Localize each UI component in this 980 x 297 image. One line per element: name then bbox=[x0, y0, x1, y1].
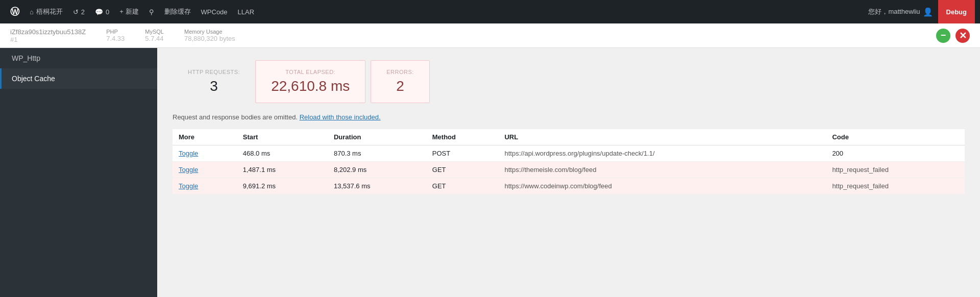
table-row: Toggle 1,487.1 ms 8,202.9 ms GET https:/… bbox=[173, 162, 965, 178]
memory-value: 78,880,320 bytes bbox=[184, 35, 235, 42]
comments-count: 0 bbox=[106, 8, 109, 16]
query-id: iZf8za90s1izztybuu5138Z bbox=[10, 28, 86, 36]
debug-button[interactable]: Debug bbox=[938, 0, 975, 23]
toggle-link[interactable]: Toggle bbox=[179, 166, 198, 174]
wpcode-item[interactable]: WPCode bbox=[196, 0, 233, 23]
llar-label: LLAR bbox=[238, 8, 255, 16]
cell-code: http_request_failed bbox=[826, 178, 965, 194]
greeting-text: 您好，matthewliu bbox=[868, 7, 920, 16]
llar-item[interactable]: LLAR bbox=[233, 0, 260, 23]
table-body: Toggle 468.0 ms 870.3 ms POST https://ap… bbox=[173, 145, 965, 194]
cell-duration: 870.3 ms bbox=[328, 145, 426, 162]
col-code: Code bbox=[826, 129, 965, 145]
table-header: More Start Duration Method URL Code bbox=[173, 129, 965, 145]
total-elapsed-stat: TOTAL ELAPSED: 22,610.8 ms bbox=[255, 60, 365, 103]
errors-label: ERRORS: bbox=[386, 69, 414, 75]
total-elapsed-label: TOTAL ELAPSED: bbox=[271, 69, 350, 75]
info-text-prefix: Request and response bodies are omitted. bbox=[173, 113, 298, 121]
cell-toggle[interactable]: Toggle bbox=[173, 178, 237, 194]
cell-method: GET bbox=[426, 162, 499, 178]
table-row: Toggle 468.0 ms 870.3 ms POST https://ap… bbox=[173, 145, 965, 162]
cell-code: 200 bbox=[826, 145, 965, 162]
cell-method: GET bbox=[426, 178, 499, 194]
adminbar-right: 您好，matthewliu 👤 Debug bbox=[863, 0, 975, 23]
errors-stat: ERRORS: 2 bbox=[371, 60, 430, 103]
sidebar-item-object-cache[interactable]: Object Cache bbox=[0, 68, 157, 89]
col-start: Start bbox=[237, 129, 328, 145]
cell-start: 9,691.2 ms bbox=[237, 178, 328, 194]
cell-url: https://themeisle.com/blog/feed bbox=[498, 162, 826, 178]
updates-icon: ↺ bbox=[73, 8, 79, 16]
main-layout: WP_Http Object Cache HTTP REQUESTS: 3 TO… bbox=[0, 48, 980, 297]
admin-bar: Ⓦ ⌂ 梧桐花开 ↺ 2 💬 0 + 新建 ⚲ 删除缓存 WPCode LLAR… bbox=[0, 0, 980, 23]
col-url: URL bbox=[498, 129, 826, 145]
php-group: PHP 7.4.33 bbox=[106, 29, 125, 42]
sidebar-item-object-cache-label: Object Cache bbox=[12, 75, 55, 83]
close-button[interactable]: ✕ bbox=[955, 29, 970, 43]
php-label: PHP bbox=[106, 29, 125, 35]
http-requests-stat: HTTP REQUESTS: 3 bbox=[173, 61, 255, 103]
toggle-link[interactable]: Toggle bbox=[179, 182, 198, 190]
memory-label: Memory Usage bbox=[184, 29, 235, 35]
php-value: 7.4.33 bbox=[106, 35, 125, 42]
http-requests-value: 3 bbox=[188, 78, 240, 94]
cell-code: http_request_failed bbox=[826, 162, 965, 178]
greeting-item[interactable]: 您好，matthewliu 👤 bbox=[863, 0, 938, 23]
mysql-group: MySQL 5.7.44 bbox=[145, 29, 164, 42]
cell-toggle[interactable]: Toggle bbox=[173, 145, 237, 162]
stats-row: HTTP REQUESTS: 3 TOTAL ELAPSED: 22,610.8… bbox=[173, 60, 965, 103]
col-method: Method bbox=[426, 129, 499, 145]
sidebar-item-wp-http[interactable]: WP_Http bbox=[0, 48, 157, 68]
errors-value: 2 bbox=[386, 78, 414, 94]
cell-start: 468.0 ms bbox=[237, 145, 328, 162]
cell-url: https://api.wordpress.org/plugins/update… bbox=[498, 145, 826, 162]
info-text: Request and response bodies are omitted.… bbox=[173, 113, 965, 121]
toggle-link[interactable]: Toggle bbox=[179, 150, 198, 157]
comments-item[interactable]: 💬 0 bbox=[90, 0, 114, 23]
sidebar: WP_Http Object Cache bbox=[0, 48, 157, 297]
memory-group: Memory Usage 78,880,320 bytes bbox=[184, 29, 235, 42]
sidebar-item-wp-http-label: WP_Http bbox=[12, 54, 40, 62]
wp-icon: Ⓦ bbox=[10, 6, 19, 18]
cell-url: https://www.codeinwp.com/blog/feed bbox=[498, 178, 826, 194]
delete-cache-item[interactable]: 删除缓存 bbox=[159, 0, 196, 23]
cell-toggle[interactable]: Toggle bbox=[173, 162, 237, 178]
total-elapsed-value: 22,610.8 ms bbox=[271, 78, 350, 94]
infobar-controls: − ✕ bbox=[936, 29, 970, 43]
wpcode-label: WPCode bbox=[201, 8, 228, 16]
site-name: 梧桐花开 bbox=[36, 7, 63, 16]
query-num: #1 bbox=[10, 36, 86, 43]
wp-logo[interactable]: Ⓦ bbox=[5, 0, 24, 23]
home-icon: ⌂ bbox=[30, 8, 34, 16]
requests-table: More Start Duration Method URL Code Togg… bbox=[173, 129, 965, 194]
table-header-row: More Start Duration Method URL Code bbox=[173, 129, 965, 145]
minimize-button[interactable]: − bbox=[936, 29, 950, 43]
site-name-item[interactable]: ⌂ 梧桐花开 bbox=[24, 0, 68, 23]
delete-cache-label: 删除缓存 bbox=[164, 7, 191, 16]
content-area: HTTP REQUESTS: 3 TOTAL ELAPSED: 22,610.8… bbox=[157, 48, 980, 297]
col-more: More bbox=[173, 129, 237, 145]
reload-link[interactable]: Reload with those included. bbox=[300, 113, 381, 121]
query-id-group: iZf8za90s1izztybuu5138Z #1 bbox=[10, 28, 86, 43]
new-label: + 新建 bbox=[119, 7, 138, 16]
updates-item[interactable]: ↺ 2 bbox=[68, 0, 90, 23]
mysql-value: 5.7.44 bbox=[145, 35, 164, 42]
new-item[interactable]: + 新建 bbox=[114, 0, 143, 23]
user-icon: 👤 bbox=[923, 7, 933, 17]
cell-duration: 8,202.9 ms bbox=[328, 162, 426, 178]
cell-duration: 13,537.6 ms bbox=[328, 178, 426, 194]
cell-method: POST bbox=[426, 145, 499, 162]
comments-icon: 💬 bbox=[95, 8, 103, 16]
http-requests-label: HTTP REQUESTS: bbox=[188, 69, 240, 75]
mysql-label: MySQL bbox=[145, 29, 164, 35]
table-row: Toggle 9,691.2 ms 13,537.6 ms GET https:… bbox=[173, 178, 965, 194]
plugin-icon: ⚲ bbox=[149, 8, 154, 16]
updates-count: 2 bbox=[81, 8, 85, 16]
cell-start: 1,487.1 ms bbox=[237, 162, 328, 178]
col-duration: Duration bbox=[328, 129, 426, 145]
info-bar: iZf8za90s1izztybuu5138Z #1 PHP 7.4.33 My… bbox=[0, 23, 980, 48]
plugin-icon-item[interactable]: ⚲ bbox=[144, 0, 159, 23]
